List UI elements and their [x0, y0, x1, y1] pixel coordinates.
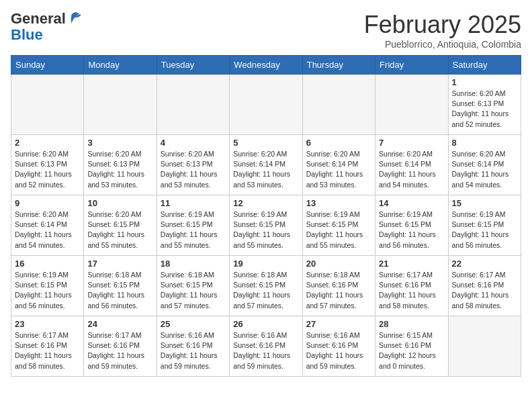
day-info: Sunrise: 6:19 AM Sunset: 6:15 PM Dayligh… [15, 270, 80, 311]
day-number: 4 [161, 138, 226, 148]
calendar-cell: 1Sunrise: 6:20 AM Sunset: 6:13 PM Daylig… [448, 75, 521, 135]
calendar-cell: 12Sunrise: 6:19 AM Sunset: 6:15 PM Dayli… [230, 195, 302, 256]
day-of-week-header: Tuesday [157, 56, 229, 75]
logo-general-text: General [11, 11, 66, 27]
day-number: 15 [452, 198, 517, 208]
calendar-cell: 4Sunrise: 6:20 AM Sunset: 6:13 PM Daylig… [157, 135, 229, 195]
day-info: Sunrise: 6:16 AM Sunset: 6:16 PM Dayligh… [306, 330, 371, 371]
day-number: 19 [233, 259, 298, 269]
logo: General Blue [11, 11, 83, 43]
day-number: 26 [233, 319, 298, 329]
day-info: Sunrise: 6:20 AM Sunset: 6:13 PM Dayligh… [15, 149, 80, 190]
calendar-cell: 19Sunrise: 6:18 AM Sunset: 6:15 PM Dayli… [230, 256, 302, 316]
day-number: 1 [452, 77, 517, 87]
day-info: Sunrise: 6:20 AM Sunset: 6:13 PM Dayligh… [161, 149, 226, 190]
calendar-week-row: 16Sunrise: 6:19 AM Sunset: 6:15 PM Dayli… [11, 256, 521, 316]
day-number: 20 [306, 259, 371, 269]
calendar-cell [448, 316, 521, 377]
calendar-cell: 27Sunrise: 6:16 AM Sunset: 6:16 PM Dayli… [302, 316, 375, 377]
calendar-header-row: SundayMondayTuesdayWednesdayThursdayFrid… [11, 56, 521, 75]
day-number: 28 [379, 319, 444, 329]
day-number: 24 [87, 319, 152, 329]
calendar-cell: 14Sunrise: 6:19 AM Sunset: 6:15 PM Dayli… [375, 195, 448, 256]
day-info: Sunrise: 6:18 AM Sunset: 6:15 PM Dayligh… [233, 270, 298, 311]
calendar-cell: 10Sunrise: 6:20 AM Sunset: 6:15 PM Dayli… [84, 195, 157, 256]
calendar-cell: 26Sunrise: 6:16 AM Sunset: 6:16 PM Dayli… [230, 316, 302, 377]
title-block: February 2025 Pueblorrico, Antioquia, Co… [364, 11, 521, 50]
calendar-week-row: 1Sunrise: 6:20 AM Sunset: 6:13 PM Daylig… [11, 75, 521, 135]
day-info: Sunrise: 6:19 AM Sunset: 6:15 PM Dayligh… [452, 210, 517, 250]
calendar-cell [230, 75, 302, 135]
day-number: 11 [161, 198, 226, 208]
calendar-cell: 24Sunrise: 6:17 AM Sunset: 6:16 PM Dayli… [84, 316, 157, 377]
calendar-cell: 13Sunrise: 6:19 AM Sunset: 6:15 PM Dayli… [302, 195, 375, 256]
location-text: Pueblorrico, Antioquia, Colombia [364, 39, 521, 50]
day-info: Sunrise: 6:20 AM Sunset: 6:14 PM Dayligh… [306, 149, 371, 190]
day-number: 6 [306, 138, 371, 148]
day-number: 12 [233, 198, 298, 208]
calendar-cell: 8Sunrise: 6:20 AM Sunset: 6:14 PM Daylig… [448, 135, 521, 195]
day-of-week-header: Saturday [448, 56, 521, 75]
calendar-cell [84, 75, 157, 135]
calendar-cell: 28Sunrise: 6:15 AM Sunset: 6:16 PM Dayli… [375, 316, 448, 377]
day-info: Sunrise: 6:20 AM Sunset: 6:14 PM Dayligh… [452, 149, 517, 190]
day-info: Sunrise: 6:20 AM Sunset: 6:14 PM Dayligh… [233, 149, 298, 190]
calendar-cell: 22Sunrise: 6:17 AM Sunset: 6:16 PM Dayli… [448, 256, 521, 316]
day-of-week-header: Friday [375, 56, 448, 75]
calendar-cell [11, 75, 84, 135]
calendar-cell [157, 75, 229, 135]
calendar-cell: 3Sunrise: 6:20 AM Sunset: 6:13 PM Daylig… [84, 135, 157, 195]
calendar-cell: 5Sunrise: 6:20 AM Sunset: 6:14 PM Daylig… [230, 135, 302, 195]
calendar-cell: 23Sunrise: 6:17 AM Sunset: 6:16 PM Dayli… [11, 316, 84, 377]
day-info: Sunrise: 6:20 AM Sunset: 6:13 PM Dayligh… [87, 149, 152, 190]
day-number: 14 [379, 198, 444, 208]
day-number: 22 [452, 259, 517, 269]
day-of-week-header: Monday [84, 56, 157, 75]
day-info: Sunrise: 6:20 AM Sunset: 6:15 PM Dayligh… [87, 210, 152, 250]
day-info: Sunrise: 6:16 AM Sunset: 6:16 PM Dayligh… [233, 330, 298, 371]
calendar-cell: 25Sunrise: 6:16 AM Sunset: 6:16 PM Dayli… [157, 316, 229, 377]
day-number: 8 [452, 138, 517, 148]
day-info: Sunrise: 6:20 AM Sunset: 6:13 PM Dayligh… [452, 89, 517, 130]
day-number: 18 [161, 259, 226, 269]
day-number: 9 [15, 198, 80, 208]
calendar-cell: 20Sunrise: 6:18 AM Sunset: 6:16 PM Dayli… [302, 256, 375, 316]
calendar-week-row: 2Sunrise: 6:20 AM Sunset: 6:13 PM Daylig… [11, 135, 521, 195]
day-number: 17 [87, 259, 152, 269]
day-info: Sunrise: 6:15 AM Sunset: 6:16 PM Dayligh… [379, 330, 444, 371]
day-number: 10 [87, 198, 152, 208]
day-number: 25 [161, 319, 226, 329]
day-info: Sunrise: 6:18 AM Sunset: 6:16 PM Dayligh… [306, 270, 371, 311]
day-number: 2 [15, 138, 80, 148]
logo-bird-icon [67, 9, 83, 26]
calendar-cell: 21Sunrise: 6:17 AM Sunset: 6:16 PM Dayli… [375, 256, 448, 316]
logo-blue-text: Blue [11, 26, 43, 43]
calendar-cell [302, 75, 375, 135]
day-number: 5 [233, 138, 298, 148]
page-header: General Blue February 2025 Pueblorrico, … [11, 11, 521, 50]
day-number: 23 [15, 319, 80, 329]
calendar-week-row: 23Sunrise: 6:17 AM Sunset: 6:16 PM Dayli… [11, 316, 521, 377]
calendar-cell: 17Sunrise: 6:18 AM Sunset: 6:15 PM Dayli… [84, 256, 157, 316]
day-number: 3 [87, 138, 152, 148]
day-of-week-header: Sunday [11, 56, 84, 75]
day-of-week-header: Thursday [302, 56, 375, 75]
day-info: Sunrise: 6:17 AM Sunset: 6:16 PM Dayligh… [379, 270, 444, 311]
calendar-cell: 16Sunrise: 6:19 AM Sunset: 6:15 PM Dayli… [11, 256, 84, 316]
calendar-cell: 9Sunrise: 6:20 AM Sunset: 6:14 PM Daylig… [11, 195, 84, 256]
calendar-cell: 7Sunrise: 6:20 AM Sunset: 6:14 PM Daylig… [375, 135, 448, 195]
calendar-cell: 15Sunrise: 6:19 AM Sunset: 6:15 PM Dayli… [448, 195, 521, 256]
day-info: Sunrise: 6:16 AM Sunset: 6:16 PM Dayligh… [161, 330, 226, 371]
calendar-week-row: 9Sunrise: 6:20 AM Sunset: 6:14 PM Daylig… [11, 195, 521, 256]
day-info: Sunrise: 6:17 AM Sunset: 6:16 PM Dayligh… [87, 330, 152, 371]
day-info: Sunrise: 6:19 AM Sunset: 6:15 PM Dayligh… [233, 210, 298, 250]
calendar-cell: 6Sunrise: 6:20 AM Sunset: 6:14 PM Daylig… [302, 135, 375, 195]
day-info: Sunrise: 6:19 AM Sunset: 6:15 PM Dayligh… [161, 210, 226, 250]
day-number: 16 [15, 259, 80, 269]
calendar-cell: 2Sunrise: 6:20 AM Sunset: 6:13 PM Daylig… [11, 135, 84, 195]
calendar-cell [375, 75, 448, 135]
day-info: Sunrise: 6:20 AM Sunset: 6:14 PM Dayligh… [379, 149, 444, 190]
month-title: February 2025 [364, 11, 521, 39]
calendar-cell: 18Sunrise: 6:18 AM Sunset: 6:15 PM Dayli… [157, 256, 229, 316]
day-info: Sunrise: 6:17 AM Sunset: 6:16 PM Dayligh… [15, 330, 80, 371]
